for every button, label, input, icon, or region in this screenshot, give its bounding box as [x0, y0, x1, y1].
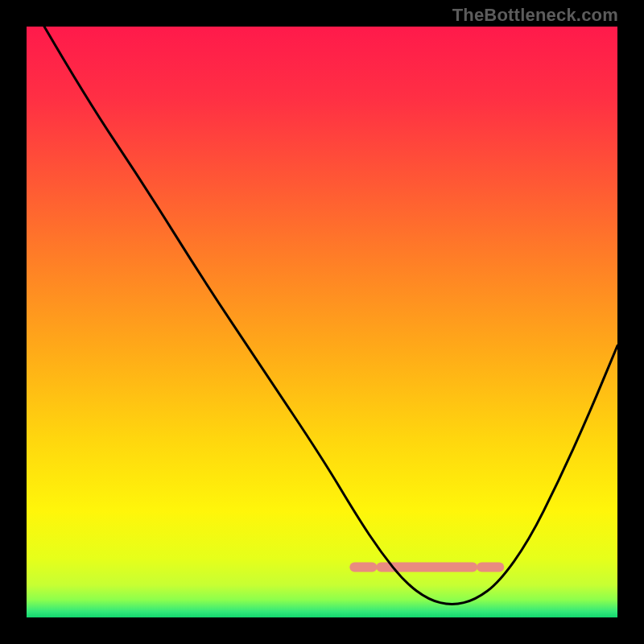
watermark-text: TheBottleneck.com	[452, 5, 618, 26]
chart-svg	[27, 27, 617, 617]
chart-plot-area	[27, 27, 617, 617]
gradient-background	[27, 27, 617, 617]
outer-frame: TheBottleneck.com	[0, 0, 644, 644]
